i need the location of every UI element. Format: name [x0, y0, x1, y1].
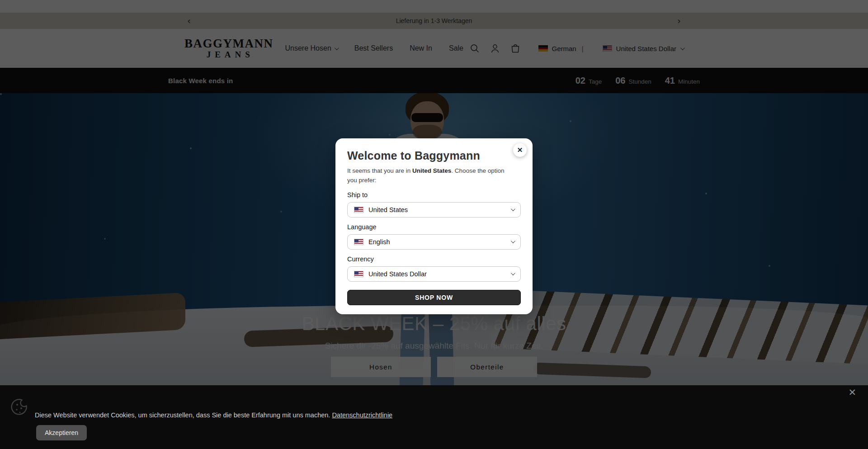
- cookie-message-text: Diese Website verwendet Cookies, um sich…: [35, 411, 330, 419]
- shop-now-button[interactable]: SHOP NOW: [347, 290, 521, 305]
- chevron-down-icon: [511, 207, 515, 211]
- page: Lieferung in 1-3 Werktagen ‹ › BAGGYMANN…: [0, 0, 868, 449]
- cookie-message: Diese Website verwendet Cookies, um sich…: [35, 411, 392, 419]
- cookie-icon: [9, 396, 31, 418]
- chevron-down-icon: [511, 239, 515, 243]
- language-label: Language: [347, 223, 521, 231]
- ship-to-label: Ship to: [347, 191, 521, 199]
- accept-cookies-button[interactable]: Akzeptieren: [36, 425, 87, 440]
- currency-select[interactable]: United States Dollar: [347, 266, 521, 282]
- us-flag-icon: [354, 239, 363, 245]
- welcome-modal: ✕ Welcome to Baggymann It seems that you…: [335, 138, 533, 314]
- chevron-down-icon: [511, 271, 515, 275]
- ship-to-select[interactable]: United States: [347, 202, 521, 217]
- us-flag-icon: [354, 207, 363, 213]
- us-flag-icon: [354, 271, 363, 277]
- close-icon[interactable]: ✕: [848, 388, 856, 397]
- currency-label: Currency: [347, 255, 521, 263]
- language-value: English: [368, 238, 390, 246]
- close-icon[interactable]: ✕: [513, 143, 527, 157]
- privacy-policy-link[interactable]: Datenschutzrichtlinie: [332, 411, 392, 419]
- ship-to-value: United States: [368, 206, 408, 213]
- modal-body-prefix: It seems that you are in: [347, 167, 412, 174]
- language-select[interactable]: English: [347, 234, 521, 250]
- cookie-banner: Diese Website verwendet Cookies, um sich…: [0, 385, 868, 449]
- modal-body: It seems that you are in United States. …: [347, 166, 515, 185]
- currency-value: United States Dollar: [368, 270, 427, 278]
- modal-title: Welcome to Baggymann: [347, 149, 521, 162]
- modal-body-country: United States: [412, 167, 451, 174]
